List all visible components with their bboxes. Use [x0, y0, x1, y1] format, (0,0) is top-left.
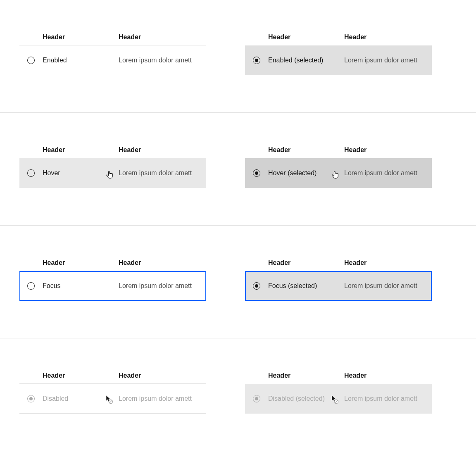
table-focus-selected: Header Header Focus (selected) Lorem ips… — [245, 255, 432, 301]
radio-cell[interactable] — [19, 282, 43, 290]
table-header-row: Header Header — [245, 367, 432, 384]
column-header-1: Header — [19, 372, 119, 379]
radio-cell[interactable] — [19, 57, 43, 64]
table-row-hover[interactable]: Hover Lorem ipsum dolor amett — [19, 158, 206, 188]
table-header-row: Header Header — [19, 142, 206, 158]
radio-selected-icon[interactable] — [253, 57, 260, 64]
radio-cell[interactable] — [245, 169, 268, 177]
table-enabled-unselected: Header Header Enabled Lorem ipsum dolor … — [19, 29, 206, 75]
table-row-disabled-selected: Disabled (selected) Lorem ipsum dolor am… — [245, 384, 432, 414]
state-section-enabled: Header Header Enabled Lorem ipsum dolor … — [0, 0, 476, 113]
row-text: Lorem ipsum dolor amett — [344, 169, 432, 177]
row-text: Lorem ipsum dolor amett — [344, 395, 432, 402]
table-disabled-unselected: Header Header Disabled Lorem ipsum dolor… — [19, 367, 206, 414]
table-header-row: Header Header — [245, 142, 432, 158]
table-hover-selected: Header Header Hover (selected) Lorem ips… — [245, 142, 432, 188]
table-disabled-selected: Header Header Disabled (selected) Lorem … — [245, 367, 432, 414]
not-allowed-cursor-icon — [331, 395, 339, 404]
column-header-1: Header — [245, 372, 344, 379]
state-label: Enabled (selected) — [268, 57, 344, 64]
radio-disabled-icon — [27, 395, 35, 402]
pointer-cursor-icon — [331, 170, 339, 179]
table-row-enabled-selected[interactable]: Enabled (selected) Lorem ipsum dolor ame… — [245, 45, 432, 75]
row-text: Lorem ipsum dolor amett — [119, 57, 206, 64]
state-section-disabled: Header Header Disabled Lorem ipsum dolor… — [0, 338, 476, 451]
radio-cell[interactable] — [19, 169, 43, 177]
column-header-1: Header — [245, 146, 344, 154]
radio-disabled-selected-icon — [253, 395, 260, 402]
row-text: Lorem ipsum dolor amett — [119, 395, 206, 402]
table-hover-unselected: Header Header Hover Lorem ipsum dolor am… — [19, 142, 206, 188]
state-section-focus: Header Header Focus Lorem ipsum dolor am… — [0, 226, 476, 338]
radio-selected-icon[interactable] — [253, 282, 260, 290]
radio-cell[interactable] — [245, 57, 268, 64]
row-text: Lorem ipsum dolor amett — [344, 57, 432, 64]
radio-cell — [19, 395, 43, 402]
table-row-focus[interactable]: Focus Lorem ipsum dolor amett — [19, 271, 206, 301]
state-label: Focus — [43, 282, 119, 290]
column-header-2: Header — [119, 146, 206, 154]
column-header-2: Header — [119, 33, 206, 41]
radio-icon[interactable] — [27, 57, 35, 64]
column-header-1: Header — [245, 33, 344, 41]
column-header-2: Header — [344, 372, 432, 379]
row-text: Lorem ipsum dolor amett — [344, 282, 432, 290]
row-text: Lorem ipsum dolor amett — [119, 169, 206, 177]
state-section-hover: Header Header Hover Lorem ipsum dolor am… — [0, 113, 476, 226]
column-header-2: Header — [119, 259, 206, 267]
column-header-2: Header — [344, 259, 432, 267]
not-allowed-cursor-icon — [105, 395, 114, 404]
radio-cell[interactable] — [245, 282, 268, 290]
table-header-row: Header Header — [245, 29, 432, 45]
state-label: Enabled — [43, 57, 119, 64]
radio-icon[interactable] — [27, 282, 35, 290]
radio-selected-icon[interactable] — [253, 169, 260, 177]
table-header-row: Header Header — [19, 29, 206, 45]
table-row-disabled: Disabled Lorem ipsum dolor amett — [19, 384, 206, 414]
column-header-2: Header — [119, 372, 206, 379]
column-header-1: Header — [19, 259, 119, 267]
table-header-row: Header Header — [19, 255, 206, 271]
state-label: Focus (selected) — [268, 282, 344, 290]
table-row-hover-selected[interactable]: Hover (selected) Lorem ipsum dolor amett — [245, 158, 432, 188]
table-row-focus-selected[interactable]: Focus (selected) Lorem ipsum dolor amett — [245, 271, 432, 301]
table-focus-unselected: Header Header Focus Lorem ipsum dolor am… — [19, 255, 206, 301]
table-header-row: Header Header — [19, 367, 206, 384]
column-header-2: Header — [344, 146, 432, 154]
table-enabled-selected: Header Header Enabled (selected) Lorem i… — [245, 29, 432, 75]
pointer-cursor-icon — [105, 170, 114, 179]
radio-cell — [245, 395, 268, 402]
table-header-row: Header Header — [245, 255, 432, 271]
table-row-enabled[interactable]: Enabled Lorem ipsum dolor amett — [19, 45, 206, 75]
row-text: Lorem ipsum dolor amett — [119, 282, 206, 290]
radio-icon[interactable] — [27, 169, 35, 177]
column-header-1: Header — [19, 33, 119, 41]
column-header-2: Header — [344, 33, 432, 41]
column-header-1: Header — [245, 259, 344, 267]
column-header-1: Header — [19, 146, 119, 154]
